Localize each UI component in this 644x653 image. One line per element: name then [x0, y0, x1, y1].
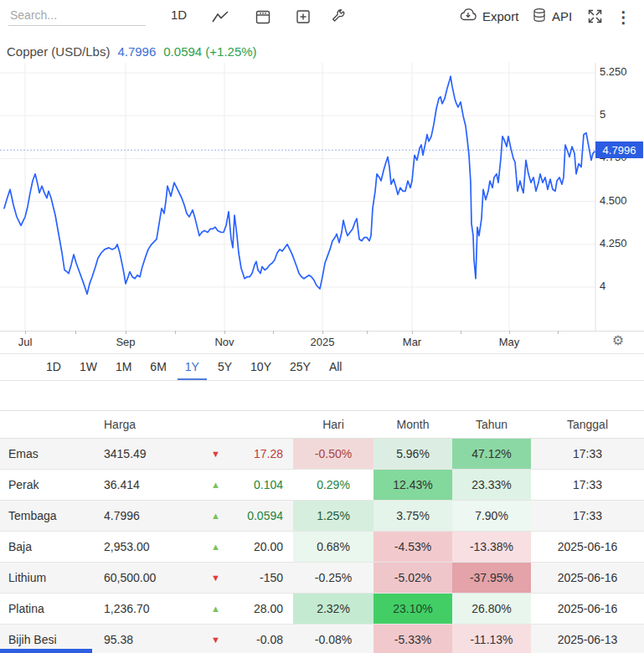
daily-change-value: 20.00	[230, 532, 293, 562]
year-percent: 47.12%	[452, 439, 531, 469]
x-axis-minor-tick	[273, 331, 274, 334]
chart-canvas[interactable]	[0, 63, 644, 331]
table-row-platina[interactable]: Platina1,236.70▲28.002.32%23.10%26.80%20…	[0, 594, 644, 625]
day-percent: 0.29%	[293, 470, 374, 500]
api-label: API	[552, 9, 572, 23]
daily-change-value: 28.00	[230, 594, 293, 624]
add-panel-button[interactable]	[295, 8, 312, 25]
last-update: 2025-06-16	[531, 532, 644, 562]
x-axis-minor-tick	[25, 331, 26, 334]
col-header-change-spacer	[230, 411, 293, 438]
commodity-table: Harga Hari Month Tahun Tanggal Emas3415.…	[0, 410, 644, 653]
range-tab-1y[interactable]: 1Y	[178, 353, 207, 380]
day-percent: -0.08%	[293, 625, 374, 653]
range-tab-all[interactable]: All	[322, 353, 350, 380]
last-update: 17:33	[531, 501, 644, 531]
commodity-price: 60,500.00	[92, 563, 201, 593]
fullscreen-button[interactable]	[587, 8, 603, 24]
commodity-name: Tembaga	[0, 501, 92, 531]
year-percent: -13.38%	[452, 532, 531, 562]
month-percent: 23.10%	[374, 594, 452, 624]
range-tab-1m[interactable]: 1M	[108, 353, 139, 380]
x-axis-minor-tick	[558, 331, 559, 334]
y-axis-label: 4	[600, 280, 605, 292]
x-axis-minor-tick	[509, 331, 510, 334]
year-percent: -11.13%	[452, 625, 531, 653]
table-row-emas[interactable]: Emas3415.49▼17.28-0.50%5.96%47.12%17:33	[0, 439, 644, 470]
tools-button[interactable]	[330, 8, 347, 25]
x-axis-minor-tick	[126, 331, 126, 334]
x-axis-label: Jul	[18, 336, 33, 348]
range-tab-5y[interactable]: 5Y	[210, 353, 240, 380]
api-button[interactable]: API	[532, 8, 572, 25]
export-button[interactable]: Export	[459, 8, 518, 24]
up-triangle-icon: ▲	[201, 594, 230, 624]
commodity-name: Platina	[0, 594, 92, 624]
plus-square-icon	[295, 8, 312, 25]
last-update: 2025-06-16	[531, 594, 644, 624]
col-header-year: Tahun	[452, 411, 531, 438]
range-tab-1d[interactable]: 1D	[39, 353, 69, 380]
table-row-bijih-besi[interactable]: Bijih Besi95.38▼-0.08-0.08%-5.33%-11.13%…	[0, 625, 644, 653]
range-tab-1w[interactable]: 1W	[72, 353, 105, 380]
range-tab-10y[interactable]: 10Y	[243, 353, 279, 380]
more-menu-button[interactable]: ⋮	[616, 9, 631, 25]
daily-change-value: -150	[230, 563, 293, 593]
up-triangle-icon: ▲	[201, 532, 230, 562]
partial-button-strip[interactable]	[0, 649, 92, 653]
range-tab-6m[interactable]: 6M	[142, 353, 173, 380]
x-axis-minor-tick	[322, 331, 323, 334]
price-series-line	[4, 76, 595, 294]
search-field-wrap	[8, 5, 142, 26]
x-axis-label: 2025	[311, 336, 335, 348]
table-body: Emas3415.49▼17.28-0.50%5.96%47.12%17:33P…	[0, 439, 644, 653]
search-input[interactable]	[8, 5, 146, 26]
daily-change-value: 17.28	[230, 439, 293, 469]
commodity-name: Lithium	[0, 563, 92, 593]
year-percent: 23.33%	[452, 470, 531, 500]
table-row-perak[interactable]: Perak36.414▲0.1040.29%12.43%23.33%17:33	[0, 470, 644, 501]
line-chart-icon	[212, 10, 229, 25]
instrument-change: 0.0594 (+1.25%)	[163, 44, 256, 59]
y-axis-label: 5	[600, 108, 605, 121]
month-percent: -5.33%	[374, 625, 452, 653]
chart-area[interactable]: 5.25054.7504.5004.2504 4.7996	[0, 63, 644, 331]
chart-header: Copper (USD/Lbs) 4.7996 0.0594 (+1.25%)	[7, 44, 257, 59]
last-update: 2025-06-13	[531, 625, 644, 653]
month-percent: 12.43%	[374, 470, 452, 500]
daily-change-value: -0.08	[230, 625, 293, 653]
chart-type-button[interactable]	[212, 10, 229, 25]
interval-dropdown[interactable]: 1D	[171, 8, 187, 22]
table-row-tembaga[interactable]: Tembaga4.7996▲0.05941.25%3.75%7.90%17:33	[0, 501, 644, 532]
commodity-price: 2,953.00	[92, 532, 201, 562]
day-percent: 0.68%	[293, 532, 374, 562]
chart-settings-gear-icon[interactable]: ⚙	[612, 334, 624, 347]
last-update: 17:33	[531, 470, 644, 500]
table-row-baja[interactable]: Baja2,953.00▲20.000.68%-4.53%-13.38%2025…	[0, 532, 644, 563]
y-axis-label: 4.500	[600, 194, 627, 207]
down-triangle-icon: ▼	[201, 563, 230, 593]
month-percent: 5.96%	[374, 439, 452, 469]
commodity-price: 95.38	[92, 625, 201, 653]
x-axis: JulSepNov2025MarMay ⚙	[0, 331, 644, 354]
month-percent: 3.75%	[374, 501, 452, 531]
export-cloud-icon	[459, 8, 477, 24]
instrument-price: 4.7996	[117, 44, 156, 59]
x-axis-label: Sep	[116, 336, 135, 348]
commodity-price: 4.7996	[92, 501, 201, 531]
col-header-month: Month	[374, 411, 452, 438]
date-range-button[interactable]	[255, 8, 271, 25]
x-axis-minor-tick	[75, 331, 76, 334]
range-tab-25y[interactable]: 25Y	[282, 353, 318, 380]
up-triangle-icon: ▲	[201, 501, 230, 531]
col-header-arrow-spacer	[201, 411, 230, 438]
price-badge: 4.7996	[595, 141, 643, 158]
wrench-icon	[330, 8, 347, 25]
table-row-lithium[interactable]: Lithium60,500.00▼-150-0.25%-5.02%-37.95%…	[0, 563, 644, 594]
commodity-name: Baja	[0, 532, 92, 562]
col-header-day: Hari	[293, 411, 374, 438]
year-percent: -37.95%	[452, 563, 531, 593]
year-percent: 7.90%	[452, 501, 531, 531]
daily-change-value: 0.0594	[230, 501, 293, 531]
down-triangle-icon: ▼	[201, 625, 230, 653]
